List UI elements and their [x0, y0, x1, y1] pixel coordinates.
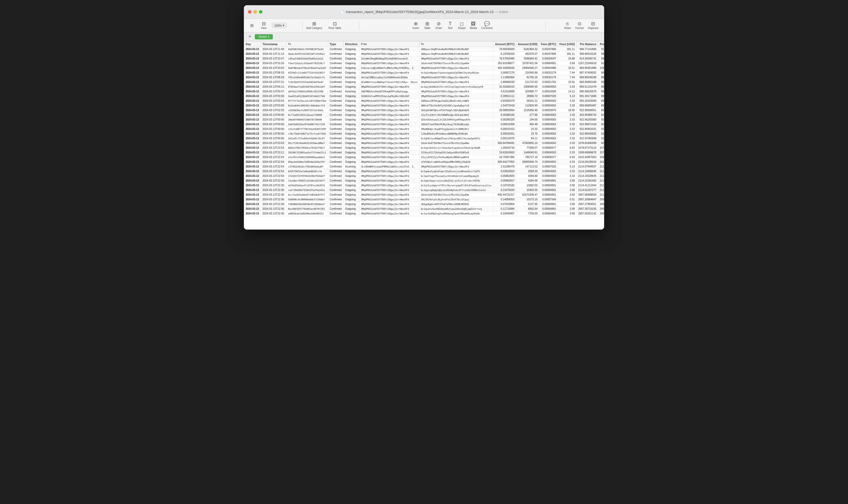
format-button[interactable]: ⊙ Format	[574, 20, 585, 31]
table-row[interactable]: 2024-03-132024-03-13T22:36:a4602bab3a854…	[244, 211, 604, 216]
table-row[interactable]: 2024-03-132024-03-13T00:06:3d1ad5cf2fa44…	[244, 136, 604, 141]
table-row[interactable]: 2024-03-132024-03-13T03:09:9a1ba644c0093…	[244, 103, 604, 108]
app-window: 📄 transaction_report_3MqUP6G1daVS5YTD8fz…	[244, 5, 604, 230]
edited-label: — Edited	[495, 10, 508, 14]
table-row[interactable]: 2024-03-132024-03-13T10:47:c45ae536b81bb…	[244, 56, 604, 61]
view-button[interactable]: ⊟ View	[258, 20, 269, 31]
col-header-amount-usd: Amount [USD]	[516, 41, 539, 47]
text-icon: T	[449, 21, 452, 26]
format-label: Format	[575, 26, 584, 30]
toolbar-left: ⊞ ⊟ View 100% ▾	[248, 20, 300, 31]
minimize-button[interactable]	[254, 10, 257, 14]
table-row[interactable]: 2024-03-132024-03-13T23:11:18148f333601e…	[244, 150, 604, 155]
shape-button[interactable]: ◻ Shape	[456, 20, 467, 31]
table-row[interactable]: 2024-03-132024-03-13T08:33:0329d2c11cb04…	[244, 70, 604, 75]
spreadsheet-container[interactable]: Day Timestamp Tx Type Direction From To …	[244, 41, 604, 230]
insert-label: Insert	[413, 26, 419, 30]
table-row[interactable]: 2024-03-132024-03-13T00:06:3e0f6d0354e29…	[244, 122, 604, 127]
table-row[interactable]: 2024-03-132024-03-13T03:03:0f771f7e33eca…	[244, 98, 604, 103]
toolbar-center: ⊕ Insert ⊞ Table ⊘ Chart T Text ◻ Shape …	[361, 20, 543, 31]
table-row[interactable]: 2024-03-132024-03-13T08:28:f95cb346e0845…	[244, 75, 604, 80]
sidebar-toggle-button[interactable]: ⊞	[248, 22, 255, 29]
table-row[interactable]: 2024-03-132024-03-13T22:36:7acb8ecf66627…	[244, 178, 604, 183]
table-row[interactable]: 2024-03-132024-03-13T11:13:4babc0d707d32…	[244, 52, 604, 56]
table-row[interactable]: 2024-03-132024-03-13T22:36:0ec0b01037794…	[244, 206, 604, 211]
table-row[interactable]: 2024-03-132024-03-13T10:02:9e8f88ede3f56…	[244, 66, 604, 70]
col-header-tx: Tx	[287, 41, 328, 47]
close-button[interactable]	[248, 10, 252, 14]
toolbar-right: ⎋ Share ⊙ Format ⊟ Organize	[548, 20, 600, 31]
col-header-fees-usd: Fees [USD]	[558, 41, 576, 47]
chart-icon: ⊘	[437, 21, 441, 26]
add-category-button[interactable]: ⊞ Add Category	[305, 20, 324, 31]
col-header-from: From	[359, 41, 419, 47]
table-row[interactable]: 2024-03-132024-03-13T02:55:c416b83befa36…	[244, 108, 604, 113]
traffic-lights	[248, 10, 262, 14]
table-row[interactable]: 2024-03-132024-03-13T22:36:ce2f39e94d733…	[244, 188, 604, 193]
zoom-button[interactable]: 100% ▾	[272, 23, 287, 28]
table-row[interactable]: 2024-03-132024-03-13T04:11:07054aef1d453…	[244, 85, 604, 89]
table-row[interactable]: 2024-03-132024-03-13T03:47:a8f9e2170092a…	[244, 89, 604, 94]
table-row[interactable]: 2024-03-132024-03-13T22:54:6d35f9652efa4…	[244, 169, 604, 174]
table-button[interactable]: ⊞ Table	[422, 20, 432, 31]
sheet-tab-1[interactable]: Sheet 1	[255, 34, 273, 39]
zoom-chevron-icon: ▾	[283, 24, 284, 27]
toolbar: ⊞ ⊟ View 100% ▾ ⊞ Add Category ⊡ Pivot T…	[244, 19, 604, 32]
share-button[interactable]: ⎋ Share	[563, 20, 573, 31]
table-row[interactable]: 2024-03-132024-03-13T22:54:17d183715f9f6…	[244, 174, 604, 178]
table-row[interactable]: 2024-03-132024-03-13T23:53:4042e70917059…	[244, 146, 604, 150]
add-sheet-button[interactable]: +	[247, 34, 253, 40]
share-icon: ⎋	[566, 21, 569, 26]
text-label: Text	[448, 26, 452, 30]
table-row[interactable]: 2024-03-132024-03-13T00:06:20bd6f9609d73…	[244, 118, 604, 122]
table-row[interactable]: 2024-03-132024-03-13T10:16:f5ee72d2a1c24…	[244, 61, 604, 66]
sheetbar: + Sheet 1	[244, 32, 604, 41]
col-header-post-balance: Post Balance	[598, 41, 604, 47]
insert-icon: ⊕	[414, 21, 418, 26]
window-title: transaction_report_3MqUP6G1daVS5YTD8fz3Q…	[346, 10, 494, 14]
table-row[interactable]: 2024-03-132024-03-13T11:40:4dd59b539d3c7…	[244, 47, 604, 52]
table-row[interactable]: 2024-03-132024-03-13T07:21:7c621bb551551…	[244, 80, 604, 85]
fullscreen-button[interactable]	[259, 10, 262, 14]
table-row[interactable]: 2024-03-132024-03-13T22:54:afa76fef04812…	[244, 155, 604, 160]
organize-icon: ⊟	[591, 21, 595, 26]
col-header-pre-balance: Pre Balance	[576, 41, 598, 47]
media-label: Media	[470, 26, 477, 30]
col-header-direction: Direction	[343, 41, 359, 47]
table-icon: ⊞	[425, 21, 429, 26]
table-row[interactable]: 2024-03-132024-03-13T23:53:95cf720c9de04…	[244, 141, 604, 146]
table-row[interactable]: 2024-03-132024-03-13T22:54:05be2d4386ef2…	[244, 160, 604, 164]
chart-button[interactable]: ⊘ Chart	[433, 20, 444, 31]
add-category-label: Add Category	[306, 26, 322, 30]
media-icon: 🖼	[471, 21, 476, 26]
shape-icon: ◻	[460, 21, 464, 26]
table-row[interactable]: 2024-03-132024-03-13T22:36:ab78a95ddae3f…	[244, 183, 604, 188]
col-header-fees-btc: Fees [BTC]	[539, 41, 558, 47]
pivot-table-icon: ⊡	[333, 21, 337, 26]
table-row[interactable]: 2024-03-132024-03-13T03:36:3ea931a91236d…	[244, 94, 604, 98]
table-row[interactable]: 2024-03-132024-03-13T00:06:0c77a40219551…	[244, 113, 604, 118]
pivot-table-button[interactable]: ⊡ Pivot Table	[327, 20, 343, 31]
comment-button[interactable]: 💬 Comment	[480, 20, 494, 31]
organize-label: Organize	[588, 26, 599, 30]
toolbar-divider-2	[359, 21, 359, 30]
view-icon: ⊟	[262, 21, 266, 26]
col-header-type: Type	[328, 41, 343, 47]
share-label: Share	[564, 26, 571, 30]
table-row[interactable]: 2024-03-132024-03-13T22:36:938896c9c0009…	[244, 197, 604, 202]
comment-icon: 💬	[484, 21, 490, 26]
zoom-label: 100%	[274, 24, 282, 27]
table-header-row: Day Timestamp Tx Type Direction From To …	[244, 41, 604, 47]
format-icon: ⊙	[577, 21, 582, 26]
table-row[interactable]: 2024-03-132024-03-13T00:06:c78c75b6fd967…	[244, 131, 604, 136]
insert-button[interactable]: ⊕ Insert	[411, 20, 421, 31]
comment-label: Comment	[481, 26, 492, 30]
titlebar: 📄 transaction_report_3MqUP6G1daVS5YTD8fz…	[244, 5, 604, 19]
media-button[interactable]: 🖼 Media	[468, 20, 479, 31]
table-row[interactable]: 2024-03-132024-03-13T22:36:4cc7ea543a0de…	[244, 193, 604, 197]
organize-button[interactable]: ⊟ Organize	[586, 20, 600, 31]
table-row[interactable]: 2024-03-132024-03-13T00:06:cb7afa807f779…	[244, 127, 604, 131]
text-button[interactable]: T Text	[445, 20, 455, 31]
table-row[interactable]: 2024-03-132024-03-13T22:36:f36880b50d286…	[244, 202, 604, 206]
table-row[interactable]: 2024-03-132024-03-13T22:54:c37461b5b2bc7…	[244, 164, 604, 169]
